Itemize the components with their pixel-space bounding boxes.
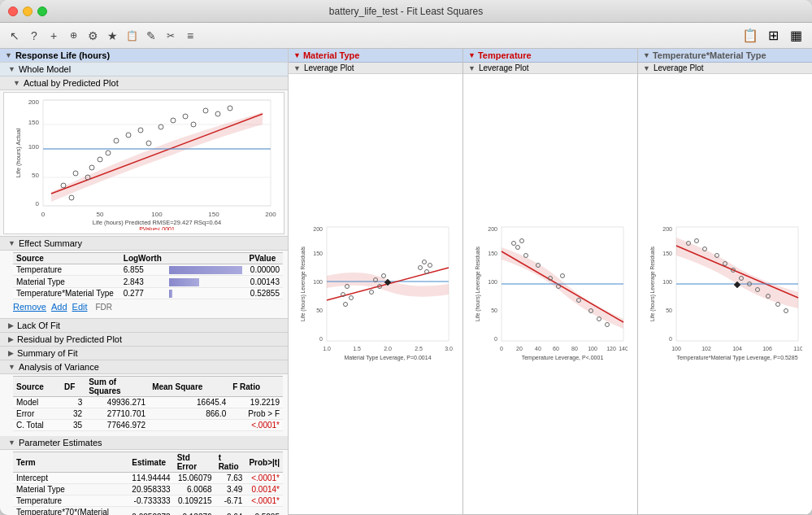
anova-ms <box>149 420 229 431</box>
svg-text:110: 110 <box>793 346 802 351</box>
temp-mat-leverage-triangle: ▼ <box>643 64 650 72</box>
lack-of-fit-label: Lack Of Fit <box>17 321 60 330</box>
table-row: Temperature 6.855 0.00000 <box>13 264 283 276</box>
right-panel: ▼ Material Type ▼ Leverage Plot 0 <box>289 49 812 515</box>
add-link[interactable]: Add <box>51 302 67 312</box>
estimate-cell: -0.733333 <box>128 495 173 507</box>
zoom-in-icon[interactable]: + <box>46 28 62 44</box>
whole-model-header[interactable]: ▼ Whole Model <box>0 63 288 76</box>
table-icon[interactable]: ▦ <box>786 26 805 46</box>
anova-ss: 27710.701 <box>85 408 149 420</box>
tratio-cell: 0.64 <box>215 507 246 515</box>
svg-text:150: 150 <box>488 251 497 256</box>
logworth-cell: 6.855 <box>120 264 167 276</box>
help-icon[interactable]: ? <box>26 28 42 44</box>
material-type-panel: ▼ Material Type ▼ Leverage Plot 0 <box>289 49 463 514</box>
svg-text:150: 150 <box>28 119 40 126</box>
temp-material-header[interactable]: ▼ Temperature*Material Type <box>638 49 812 63</box>
traffic-lights <box>8 7 47 16</box>
residual-predicted-header[interactable]: ▶ Residual by Predicted Plot <box>0 333 288 347</box>
param-table: Term Estimate Std Error t Ratio Prob>|t|… <box>13 452 283 515</box>
param-triangle: ▼ <box>8 439 15 447</box>
actual-predicted-header[interactable]: ▼ Actual by Predicted Plot <box>0 76 288 90</box>
col-pvalue: PValue <box>245 253 283 264</box>
effect-summary-title: Effect Summary <box>19 238 82 248</box>
anova-f: <.0001* <box>229 420 283 431</box>
estimate-cell: 20.958333 <box>128 484 173 495</box>
script2-icon[interactable]: 📋 <box>740 26 760 46</box>
fdr-label: FDR <box>96 303 113 312</box>
temp-leverage-subtitle: Leverage Plot <box>479 63 529 72</box>
svg-text:Life (hours) Leverage Residual: Life (hours) Leverage Residuals <box>475 246 481 321</box>
temperature-panel-title: Temperature <box>478 50 532 60</box>
anova-source: C. Total <box>13 420 61 431</box>
anova-f: Prob > F <box>229 408 283 420</box>
svg-text:0: 0 <box>669 336 672 342</box>
anova-df: 3 <box>61 397 85 408</box>
temperature-header[interactable]: ▼ Temperature <box>463 49 637 63</box>
table-row: Error 32 27710.701 866.0 Prob > F <box>13 408 283 420</box>
bar-cell <box>166 287 245 299</box>
effect-summary-header[interactable]: ▼ Effect Summary <box>0 236 288 251</box>
response-life-header[interactable]: ▼ Response Life (hours) <box>0 49 288 63</box>
col-bar <box>166 253 245 264</box>
col-logworth: LogWorth <box>120 253 167 264</box>
anova-df: 35 <box>61 420 85 431</box>
toolbar: ↖ ? + ⊕ ⚙ ★ 📋 ✎ ✂ ≡ 📋 ⊞ ▦ <box>0 23 812 49</box>
estimate-cell: 114.94444 <box>128 473 173 484</box>
arrow-icon[interactable]: ↖ <box>7 28 23 44</box>
svg-text:0: 0 <box>36 200 40 207</box>
summary-fit-header[interactable]: ▶ Summary of Fit <box>0 347 288 360</box>
menu-icon[interactable]: ≡ <box>182 28 198 44</box>
residual-label: Residual by Predicted Plot <box>17 334 122 344</box>
settings-icon[interactable]: ⚙ <box>85 28 101 44</box>
param-col-estimate: Estimate <box>128 452 173 473</box>
temperature-panel: ▼ Temperature ▼ Leverage Plot 0 50 <box>463 49 638 514</box>
material-leverage-body: 0 50 100 150 200 1.0 1.5 2.0 2.5 3.0 <box>289 74 462 514</box>
anova-col-ms: Mean Square <box>149 377 229 397</box>
grid-icon[interactable]: ⊞ <box>763 26 783 46</box>
maximize-button[interactable] <box>37 7 47 16</box>
temp-material-leverage-plot: 0 50 100 150 200 100 102 104 106 110 <box>648 223 802 365</box>
svg-text:200: 200 <box>488 226 497 232</box>
svg-text:PValue<.0001: PValue<.0001 <box>139 226 175 230</box>
svg-text:100: 100 <box>313 279 323 285</box>
svg-text:Temperature*Material Type Leve: Temperature*Material Type Leverage, P=0.… <box>676 355 797 361</box>
anova-source: Error <box>13 408 61 420</box>
anova-header[interactable]: ▼ Analysis of Variance <box>0 360 288 374</box>
edit-link[interactable]: Edit <box>72 302 88 312</box>
material-type-header[interactable]: ▼ Material Type <box>289 49 462 63</box>
svg-text:150: 150 <box>208 211 219 218</box>
source-cell: Temperature*Material Type <box>13 287 120 299</box>
param-col-t: t Ratio <box>215 452 246 473</box>
main-window: battery_life_test - Fit Least Squares ↖ … <box>0 0 812 515</box>
remove-link[interactable]: Remove <box>13 302 46 312</box>
svg-text:2.5: 2.5 <box>415 346 423 351</box>
svg-text:102: 102 <box>701 346 711 351</box>
table-row: Intercept 114.94444 15.06079 7.63 <.0001… <box>13 473 283 484</box>
logworth-cell: 2.843 <box>120 276 167 287</box>
term-cell: Intercept <box>13 473 128 484</box>
temp-leverage-triangle: ▼ <box>468 64 475 72</box>
lack-of-fit-header[interactable]: ▶ Lack Of Fit <box>0 318 288 333</box>
scissors-icon[interactable]: ✂ <box>163 28 179 44</box>
svg-text:106: 106 <box>762 346 772 351</box>
star-icon[interactable]: ★ <box>104 28 120 44</box>
svg-text:50: 50 <box>32 172 39 179</box>
close-button[interactable] <box>8 7 18 16</box>
svg-text:200: 200 <box>313 226 323 232</box>
minimize-button[interactable] <box>23 7 33 16</box>
svg-text:1.0: 1.0 <box>323 346 331 351</box>
stderr-cell: 0.109215 <box>174 495 215 507</box>
add-icon[interactable]: ⊕ <box>65 28 81 44</box>
svg-text:0: 0 <box>500 346 503 351</box>
term-cell: Material Type <box>13 484 128 495</box>
svg-text:100: 100 <box>488 279 497 285</box>
anova-table: Source DF Sum ofSquares Mean Square F Ra… <box>13 376 283 431</box>
anova-section: ▼ Analysis of Variance Source DF Sum ofS… <box>0 360 288 436</box>
param-header[interactable]: ▼ Parameter Estimates <box>0 436 288 450</box>
summary-fit-triangle: ▶ <box>8 349 14 357</box>
bar-cell <box>166 264 245 276</box>
edit-icon[interactable]: ✎ <box>143 28 159 44</box>
script-icon[interactable]: 📋 <box>124 28 140 44</box>
